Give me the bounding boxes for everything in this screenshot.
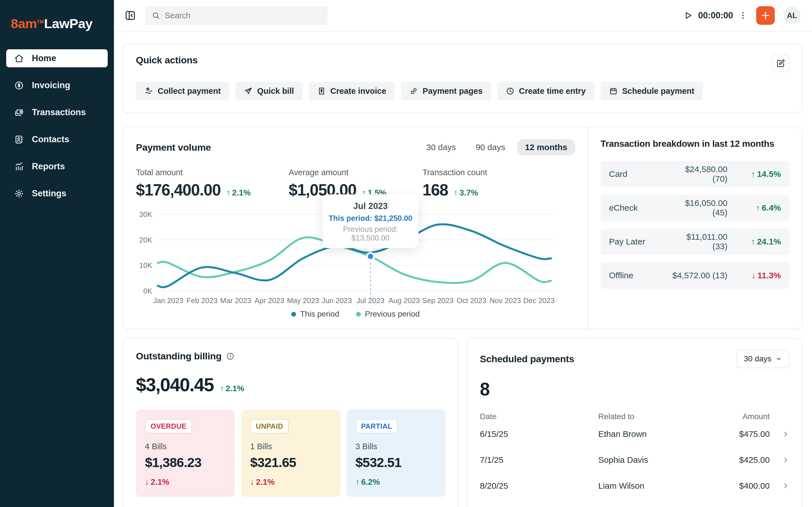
create-invoice-button[interactable]: Create invoice <box>309 82 395 100</box>
period-tabs: 30 days 90 days 12 months <box>418 139 575 156</box>
quick-actions-title: Quick actions <box>136 55 198 66</box>
legend-previous-period: Previous period <box>356 309 420 319</box>
svg-text:30K: 30K <box>139 210 153 219</box>
payment-pages-button[interactable]: Payment pages <box>401 82 491 100</box>
lawpay-logo: 8amTMLawPay <box>6 11 108 49</box>
topbar-right: 00:00:00 AL <box>683 6 801 25</box>
outstanding-total: $3,040.45 <box>136 374 214 395</box>
tab-30-days[interactable]: 30 days <box>418 139 464 156</box>
up-arrow-icon: ↑ <box>226 188 231 197</box>
sidebar-item-settings[interactable]: Settings <box>6 184 108 203</box>
app-root: 8amTMLawPay Home Invoicing Transactions … <box>0 0 812 507</box>
action-label: Payment pages <box>423 87 483 96</box>
breakdown-row-pay-later: Pay Later $11,011.00 (33) ↑24.1% <box>601 228 790 255</box>
collect-payment-button[interactable]: Collect payment <box>136 82 229 100</box>
payment-volume-panel: Payment volume 30 days 90 days 12 months… <box>123 127 588 329</box>
tooltip-previous-period: Previous period: $13,500.00 <box>326 225 414 242</box>
svg-text:Dec 2023: Dec 2023 <box>523 296 555 305</box>
sidebar-collapse-button[interactable] <box>124 9 137 22</box>
send-icon <box>244 87 253 96</box>
sidebar-item-transactions[interactable]: Transactions <box>6 103 108 121</box>
schedule-payment-button[interactable]: Schedule payment <box>601 82 703 100</box>
edit-quick-actions-button[interactable] <box>772 55 790 72</box>
play-icon <box>683 10 693 20</box>
sidebar-item-label: Settings <box>32 188 66 199</box>
search-input[interactable] <box>165 11 321 20</box>
table-row[interactable]: 6/15/25 Ethan Brown $475.00 <box>480 421 790 447</box>
svg-text:20K: 20K <box>139 236 153 244</box>
kebab-icon <box>738 11 748 20</box>
svg-text:May 2023: May 2023 <box>287 296 319 305</box>
status-badge: UNPAID <box>250 419 289 434</box>
billing-status-cards: OVERDUE 4 Bills $1,386.23 ↓2.1% UNPAID 1… <box>136 409 446 497</box>
breakdown-row-offline: Offline $4,572.00 (13) ↓11.3% <box>601 262 790 289</box>
create-time-entry-button[interactable]: Create time entry <box>497 82 594 100</box>
table-row[interactable]: 8/20/25 Liam Wilson $400.00 <box>480 473 790 499</box>
stat-delta: ↑2.1% <box>226 188 251 198</box>
row-delta: ↑24.1% <box>739 237 781 246</box>
sidebar-item-contacts[interactable]: Contacts <box>6 130 108 149</box>
sidebar-item-invoicing[interactable]: Invoicing <box>6 76 108 94</box>
card-delta: ↓2.1% <box>250 477 331 487</box>
chevron-right-icon <box>770 456 790 464</box>
stat-delta: ↑3.7% <box>454 188 478 198</box>
main-area: 00:00:00 AL Quick actions <box>114 0 812 507</box>
sidebar-item-reports[interactable]: Reports <box>6 158 108 175</box>
scheduled-payments-card: Scheduled payments 30 days 8 Date Relate… <box>467 338 802 507</box>
timer-play-button[interactable] <box>683 10 693 20</box>
calendar-icon <box>609 87 618 96</box>
row-delta: ↓11.3% <box>739 271 781 280</box>
settings-icon <box>14 189 24 199</box>
up-arrow-icon: ↑ <box>220 384 224 393</box>
link-icon <box>409 87 418 96</box>
sidebar-item-home[interactable]: Home <box>6 49 108 67</box>
row-delta: ↑6.4% <box>739 203 781 213</box>
status-badge: PARTIAL <box>356 419 398 434</box>
chart-tooltip: Jul 2023 This period: $21,250.00 Previou… <box>322 194 418 248</box>
svg-text:Sep 2023: Sep 2023 <box>422 296 453 305</box>
logo-lawpay: LawPay <box>44 16 93 31</box>
breakdown-row-echeck: eCheck $16,050.00 (45) ↑6.4% <box>601 194 790 221</box>
table-row[interactable]: 9/10/25 Olivia Martin $430.00 <box>480 499 790 507</box>
scheduled-filter-dropdown[interactable]: 30 days <box>737 349 790 368</box>
row-delta: ↑14.5% <box>739 169 781 179</box>
page-content: Quick actions Collect payment Quick bill <box>114 32 812 507</box>
add-new-button[interactable] <box>756 6 775 25</box>
bottom-row: Outstanding billing $3,040.45 ↑2.1% OVER… <box>123 338 802 507</box>
timer-value: 00:00:00 <box>698 10 733 20</box>
sidebar-item-label: Transactions <box>32 107 86 117</box>
avatar[interactable]: AL <box>783 7 801 24</box>
transactions-icon <box>14 108 24 117</box>
info-icon[interactable] <box>226 352 235 360</box>
svg-text:0K: 0K <box>143 287 152 295</box>
scheduled-table: Date Related to Amount 6/15/25 Ethan Bro… <box>480 412 790 507</box>
sidebar-item-label: Home <box>32 53 56 63</box>
chart-legend: This period Previous period <box>136 309 575 319</box>
search-icon <box>152 11 160 20</box>
up-arrow-icon: ↑ <box>356 477 360 487</box>
up-arrow-icon: ↑ <box>756 203 760 212</box>
quick-actions-card: Quick actions Collect payment Quick bill <box>123 43 802 113</box>
tab-90-days[interactable]: 90 days <box>468 139 513 156</box>
breakdown-row-card: Card $24,580.00 (70) ↑14.5% <box>601 161 790 187</box>
quick-bill-button[interactable]: Quick bill <box>236 82 303 100</box>
unpaid-card: UNPAID 1 Bills $321.65 ↓2.1% <box>241 409 340 497</box>
table-row[interactable]: 7/1/25 Sophia Davis $425.00 <box>480 447 790 473</box>
up-arrow-icon: ↑ <box>751 237 755 246</box>
svg-text:Feb 2023: Feb 2023 <box>187 296 218 305</box>
plus-icon <box>760 10 771 21</box>
svg-text:Jan 2023: Jan 2023 <box>153 296 184 305</box>
breakdown-title: Transaction breakdown in last 12 months <box>601 138 790 149</box>
card-delta: ↑6.2% <box>356 477 437 487</box>
sidebar-item-label: Invoicing <box>32 80 70 91</box>
tooltip-title: Jul 2023 <box>326 201 414 211</box>
action-label: Quick bill <box>257 87 294 96</box>
chevron-down-icon <box>775 355 782 362</box>
timer-menu-button[interactable] <box>738 11 748 20</box>
status-badge: OVERDUE <box>145 419 192 434</box>
action-label: Collect payment <box>158 87 221 96</box>
tab-12-months[interactable]: 12 months <box>517 139 575 156</box>
panel-collapse-icon <box>124 9 137 22</box>
down-arrow-icon: ↓ <box>250 477 254 487</box>
svg-text:Jun 2023: Jun 2023 <box>322 296 352 305</box>
